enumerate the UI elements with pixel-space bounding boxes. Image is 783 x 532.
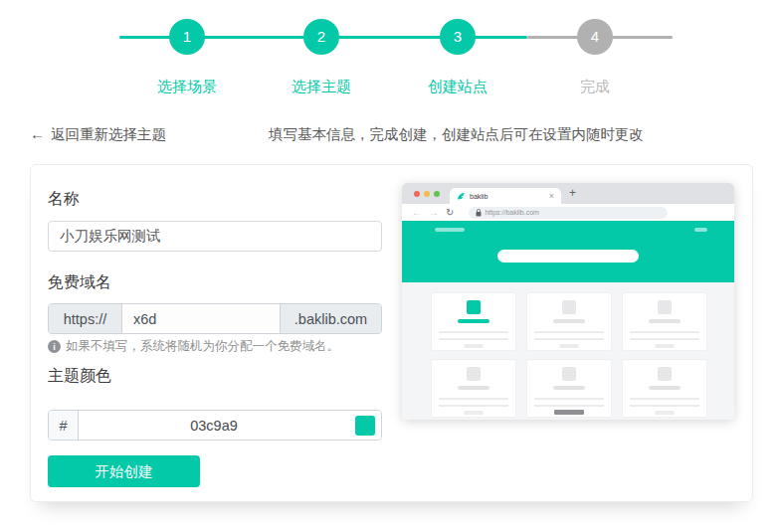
address-bar: ← → ↻ https://baklib.com [402,204,734,221]
preview-logo-placeholder [435,228,465,232]
site-form: 名称 免费域名 https:// .baklib.com i 如果不填写，系统将… [48,165,382,501]
domain-suffix-addon: .baklib.com [280,304,381,333]
start-create-button[interactable]: 开始创建 [48,455,200,487]
color-swatch[interactable] [355,416,375,436]
subdomain-input[interactable] [122,304,280,333]
refresh-icon: ↻ [446,208,454,218]
step-select-theme: 2 选择主题 [262,19,381,96]
back-link-label: 返回重新选择主题 [51,126,166,142]
back-to-theme-link[interactable]: ←返回重新选择主题 [30,125,166,144]
name-label: 名称 [48,189,80,210]
step-1-circle[interactable]: 1 [169,19,205,55]
hash-addon: # [49,411,79,440]
preview-card [622,292,707,351]
color-label: 主题颜色 [48,366,111,387]
preview-content [402,282,734,420]
info-icon: i [48,340,61,353]
minimize-window-icon [424,191,430,197]
nav-forward-icon: → [429,208,439,218]
step-description: 填写基本信息，完成创建，创建站点后可在设置内随时更改 [269,125,644,144]
url-text: https://baklib.com [485,209,538,216]
form-card: 名称 免费域名 https:// .baklib.com i 如果不填写，系统将… [30,164,753,502]
preview-search-placeholder [497,250,639,263]
preview-card [526,292,612,351]
back-arrow-icon: ← [30,125,45,142]
maximize-window-icon [434,191,440,197]
color-input-group: # [48,410,382,441]
preview-card [431,359,516,418]
step-1-label: 选择场景 [127,78,247,96]
domain-label: 免费域名 [48,272,111,293]
baklib-logo-icon [457,192,466,201]
step-create-site: 3 创建站点 [398,19,517,96]
tab-close-icon: × [549,192,554,201]
theme-color-input[interactable] [79,411,349,440]
lock-icon [476,209,482,217]
subheader: ←返回重新选择主题 填写基本信息，完成创建，创建站点后可在设置内随时更改 [0,121,783,149]
preview-card-row [431,359,707,418]
color-swatch-wrap [349,411,381,440]
step-3-label: 创建站点 [398,78,517,96]
domain-protocol-addon: https:// [49,304,122,333]
step-select-scene: 1 选择场景 [127,19,247,96]
domain-hint-text: 如果不填写，系统将随机为你分配一个免费域名。 [66,338,339,355]
preview-card [431,292,516,351]
step-2-label: 选择主题 [262,78,381,96]
browser-tab: baklib × [450,188,561,204]
site-creation-wizard: 1 选择场景 2 选择主题 3 创建站点 4 完成 ←返回重新选择主题 填写基本… [0,0,783,532]
close-window-icon [414,191,420,197]
url-field: https://baklib.com [469,207,668,219]
browser-chrome-bar: baklib × + [402,183,734,204]
preview-card [526,359,612,418]
preview-card-row [431,292,707,351]
preview-card [622,359,707,418]
step-3-circle[interactable]: 3 [440,19,476,55]
step-4-label: 完成 [535,78,655,96]
stepper: 1 选择场景 2 选择主题 3 创建站点 4 完成 [0,0,783,109]
new-tab-icon: + [569,186,576,200]
site-name-input[interactable] [48,221,382,252]
preview-hero [402,221,734,282]
step-finish: 4 完成 [535,19,655,96]
nav-back-icon: ← [412,208,422,218]
traffic-lights [414,191,440,197]
step-4-circle: 4 [577,19,613,55]
preview-menu-placeholder [694,228,707,232]
domain-input-group: https:// .baklib.com [48,303,382,334]
browser-preview: baklib × + ← → ↻ https://baklib.com [402,183,734,420]
domain-hint: i 如果不填写，系统将随机为你分配一个免费域名。 [48,338,339,355]
tab-title: baklib [470,193,488,200]
step-2-circle[interactable]: 2 [303,19,339,55]
